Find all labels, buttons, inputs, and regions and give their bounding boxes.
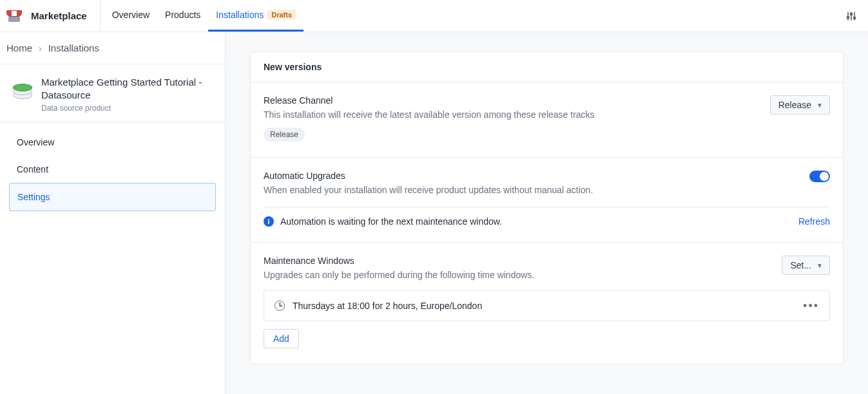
- chevron-right-icon: ›: [39, 43, 42, 53]
- breadcrumb-home[interactable]: Home: [6, 42, 32, 53]
- breadcrumb: Home › Installations: [0, 32, 225, 64]
- maintenance-title: Maintenance Windows: [264, 256, 534, 266]
- maintenance-windows-section: Maintenance Windows Upgrades can only be…: [251, 243, 843, 364]
- release-dropdown[interactable]: Release ▼: [770, 95, 830, 115]
- release-channel-title: Release Channel: [264, 95, 595, 106]
- tab-installations[interactable]: Installations Drafts: [208, 0, 304, 32]
- auto-upgrades-title: Automatic Upgrades: [264, 171, 593, 181]
- release-channel-desc: This installation will receive the lates…: [264, 109, 595, 120]
- auto-upgrades-toggle[interactable]: [809, 171, 830, 182]
- toggle-knob: [820, 172, 829, 181]
- top-nav: Marketplace Overview Products Installati…: [0, 0, 868, 32]
- main-content: New versions Release Channel This instal…: [226, 32, 868, 394]
- auto-upgrades-desc: When enabled your installation will rece…: [264, 185, 593, 195]
- caret-down-icon: ▼: [816, 102, 823, 109]
- svg-point-5: [853, 17, 855, 19]
- brand-name: Marketplace: [31, 10, 87, 21]
- side-nav: Overview Content Settings: [0, 122, 225, 218]
- svg-point-3: [847, 16, 849, 18]
- refresh-link[interactable]: Refresh: [798, 216, 830, 227]
- more-actions-icon[interactable]: •••: [803, 300, 819, 312]
- sidenav-overview[interactable]: Overview: [9, 129, 216, 156]
- release-dropdown-label: Release: [778, 100, 811, 110]
- product-subtitle: Data source product: [41, 104, 215, 113]
- maintenance-window-row: Thursdays at 18:00 for 2 hours, Europe/L…: [264, 290, 830, 321]
- set-maintenance-dropdown[interactable]: Set... ▼: [782, 256, 830, 275]
- card-title: New versions: [251, 52, 843, 82]
- product-header: Marketplace Getting Started Tutorial - D…: [0, 64, 225, 122]
- datasource-icon: [12, 77, 34, 99]
- automation-status-text: Automation is waiting for the next maint…: [280, 216, 502, 227]
- info-icon: i: [264, 216, 274, 227]
- product-title: Marketplace Getting Started Tutorial - D…: [41, 76, 215, 102]
- settings-sliders-icon[interactable]: [846, 11, 856, 21]
- sidenav-settings[interactable]: Settings: [9, 183, 216, 211]
- new-versions-card: New versions Release Channel This instal…: [250, 52, 844, 364]
- tab-installations-label: Installations: [216, 10, 264, 20]
- release-channel-section: Release Channel This installation will r…: [251, 82, 843, 158]
- main-tabs: Overview Products Installations Drafts: [101, 0, 304, 32]
- tab-overview[interactable]: Overview: [104, 0, 157, 32]
- caret-down-icon: ▼: [816, 262, 823, 269]
- add-window-button[interactable]: Add: [264, 329, 299, 348]
- tab-overview-label: Overview: [112, 10, 149, 20]
- drafts-badge: Drafts: [267, 10, 296, 20]
- automatic-upgrades-section: Automatic Upgrades When enabled your ins…: [251, 158, 843, 243]
- clock-icon: [275, 301, 285, 311]
- breadcrumb-current[interactable]: Installations: [48, 42, 99, 53]
- divider: [264, 207, 830, 207]
- sidenav-content[interactable]: Content: [9, 156, 216, 183]
- automation-status-row: i Automation is waiting for the next mai…: [264, 216, 830, 227]
- maintenance-window-text: Thursdays at 18:00 for 2 hours, Europe/L…: [293, 301, 482, 311]
- maintenance-desc: Upgrades can only be performed during th…: [264, 270, 534, 280]
- svg-point-4: [850, 13, 852, 15]
- release-chip: Release: [264, 127, 305, 142]
- set-maintenance-label: Set...: [790, 260, 811, 270]
- tab-products-label: Products: [165, 10, 200, 20]
- marketplace-icon: [6, 10, 22, 22]
- brand[interactable]: Marketplace: [0, 0, 101, 32]
- sidebar: Home › Installations Marketplace Getting…: [0, 32, 226, 394]
- tab-products[interactable]: Products: [157, 0, 208, 32]
